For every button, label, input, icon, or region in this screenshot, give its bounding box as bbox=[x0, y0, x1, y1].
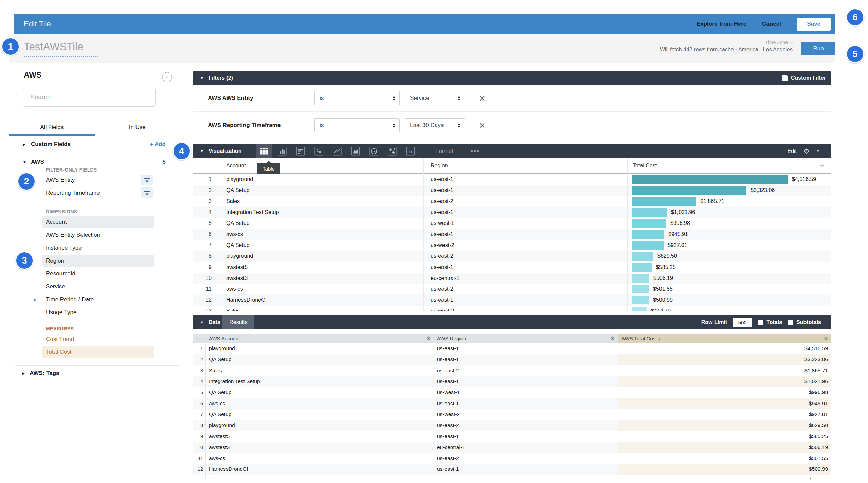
viz-table-row[interactable]: 13Salesus-west-2$444.70 bbox=[193, 306, 831, 311]
sidebar-field-aws-entity[interactable]: AWS Entity bbox=[42, 174, 154, 186]
viz-col-region[interactable]: Region bbox=[431, 163, 448, 169]
expand-down-icon[interactable]: ▼ bbox=[23, 160, 26, 164]
more-viz-types-icon[interactable]: ••• bbox=[471, 147, 480, 155]
filter-icon[interactable] bbox=[141, 187, 153, 198]
data-table-row[interactable]: 8playgroundus-east-2$629.50 bbox=[193, 420, 831, 431]
sidebar-dimension-service[interactable]: Service bbox=[42, 281, 154, 293]
viz-col-total-cost[interactable]: Total Cost bbox=[633, 163, 657, 169]
viz-table-row[interactable]: 11aws-csus-east-2$501.55 bbox=[193, 284, 831, 294]
data-col-aws-account[interactable]: AWS Account ⚙ bbox=[205, 334, 434, 343]
filter-operator-select[interactable]: is bbox=[314, 118, 400, 132]
collapse-sidebar-button[interactable]: ‹ bbox=[162, 72, 172, 82]
data-table-row[interactable]: 2QA Setupus-east-1$3,323.06 bbox=[193, 354, 831, 365]
column-menu-chevron-icon[interactable] bbox=[820, 163, 824, 167]
data-table-row[interactable]: 12HarnessDroneCIus-east-1$500.99 bbox=[193, 464, 831, 475]
expand-right-icon[interactable]: ▶ bbox=[34, 298, 36, 302]
data-table-row[interactable]: 6aws-csus-east-1$945.91 bbox=[193, 398, 831, 409]
remove-filter-icon[interactable]: × bbox=[479, 120, 485, 131]
viz-type-bar-chart-icon[interactable] bbox=[295, 146, 306, 156]
viz-type-line-chart-icon[interactable] bbox=[332, 146, 342, 156]
save-button[interactable]: Save bbox=[797, 18, 831, 31]
data-table-row[interactable]: 9awstest5us-east-1$585.25 bbox=[193, 431, 831, 442]
filter-operator-select[interactable]: is bbox=[314, 91, 400, 105]
data-table-row[interactable]: 3Salesus-east-2$1,865.71 bbox=[193, 365, 831, 376]
data-table-row[interactable]: 10awstest3eu-central-1$506.19 bbox=[193, 442, 831, 453]
viz-table-row[interactable]: 4Integration Test Setupus-east-1$1,021.9… bbox=[193, 207, 831, 218]
results-tab[interactable]: Results bbox=[222, 315, 254, 329]
viz-table-row[interactable]: 1playgroundus-east-1$4,516.59 bbox=[193, 174, 831, 185]
data-table-row[interactable]: 5QA Setupus-west-1$996.98 bbox=[193, 387, 831, 398]
gear-icon[interactable]: ⚙ bbox=[426, 335, 431, 342]
filter-value-select[interactable]: Last 30 Days bbox=[405, 118, 465, 132]
data-col-aws-region[interactable]: AWS Region ⚙ bbox=[434, 334, 618, 343]
gear-icon[interactable]: ⚙ bbox=[610, 335, 615, 342]
viz-type-table-selected[interactable] bbox=[256, 144, 272, 158]
viz-table-row[interactable]: 6aws-csus-east-1$945.91 bbox=[193, 229, 831, 239]
viz-table-row[interactable]: 9awstest5us-east-1$585.25 bbox=[193, 262, 831, 272]
viz-table-row[interactable]: 7QA Setupus-west-2$927.01 bbox=[193, 240, 831, 251]
sidebar-tabs: All Fields In Use bbox=[9, 119, 180, 136]
viz-type-scatter-icon[interactable] bbox=[314, 146, 324, 156]
viz-type-single-value-icon[interactable]: 6 bbox=[405, 146, 416, 156]
collapse-section-icon[interactable]: ▼ bbox=[200, 320, 204, 324]
filter-icon[interactable] bbox=[141, 175, 153, 185]
collapse-section-icon[interactable]: ▼ bbox=[200, 76, 204, 80]
viz-table-row[interactable]: 8playgroundus-east-2$629.50 bbox=[193, 251, 831, 262]
viz-table-row[interactable]: 5QA Setupus-west-1$996.98 bbox=[193, 218, 831, 229]
gear-icon[interactable]: ⚙ bbox=[824, 335, 828, 342]
aws-tags-group-row[interactable]: ▶ AWS: Tags bbox=[9, 366, 180, 380]
remove-filter-icon[interactable]: × bbox=[479, 93, 485, 104]
sidebar-dimension-usage-type[interactable]: Usage Type bbox=[42, 306, 154, 319]
chevron-down-icon[interactable] bbox=[816, 150, 820, 152]
add-custom-field-button[interactable]: + Add bbox=[150, 141, 166, 148]
cancel-button[interactable]: Cancel bbox=[762, 21, 781, 28]
collapse-section-icon[interactable]: ▼ bbox=[200, 149, 204, 153]
viz-table-row[interactable]: 12HarnessDroneCIus-east-1$500.99 bbox=[193, 294, 831, 305]
sidebar-dimension-resourceid[interactable]: ResourceId bbox=[42, 268, 154, 280]
sidebar-measure-cost-trend[interactable]: Cost Trend bbox=[42, 333, 154, 345]
custom-filter-toggle[interactable]: Custom Filter bbox=[782, 75, 826, 81]
expand-right-icon[interactable]: ▶ bbox=[22, 371, 25, 376]
viz-type-area-chart-icon[interactable] bbox=[350, 146, 361, 156]
viz-table-row[interactable]: 3Salesus-east-2$1,865.71 bbox=[193, 196, 831, 207]
row-limit-input[interactable] bbox=[733, 318, 752, 327]
run-button[interactable]: Run bbox=[801, 42, 835, 55]
viz-table-row[interactable]: 2QA Setupus-east-1$3,323.06 bbox=[193, 185, 831, 196]
data-table-row[interactable]: 4Integration Test Setupus-east-1$1,021.9… bbox=[193, 376, 831, 387]
custom-filter-checkbox[interactable] bbox=[782, 75, 788, 81]
tile-name-input[interactable]: TestAWSTile bbox=[24, 41, 98, 57]
subtotals-toggle[interactable]: Subtotals bbox=[788, 319, 821, 325]
sidebar-field-reporting-timeframe[interactable]: Reporting Timeframe bbox=[42, 187, 154, 199]
sidebar-dimension-instance-type[interactable]: Instance Type bbox=[42, 242, 154, 254]
sidebar-dimension-account[interactable]: Account bbox=[42, 216, 154, 228]
sidebar-dimension-region[interactable]: Region bbox=[42, 255, 154, 267]
subtotals-checkbox[interactable] bbox=[788, 320, 793, 325]
tab-all-fields[interactable]: All Fields bbox=[9, 119, 95, 136]
totals-toggle[interactable]: Totals bbox=[758, 319, 782, 325]
data-table-row[interactable]: 11aws-csus-east-2$501.55 bbox=[193, 453, 831, 464]
time-zone-selector[interactable]: Time Zone bbox=[660, 40, 793, 45]
viz-type-column-chart-icon[interactable] bbox=[277, 146, 287, 156]
viz-type-map-icon[interactable] bbox=[387, 146, 397, 156]
explore-from-here-button[interactable]: Explore from Here bbox=[697, 21, 746, 28]
viz-col-account[interactable]: Account bbox=[226, 163, 246, 169]
filter-value-select[interactable]: Service bbox=[405, 91, 465, 105]
viz-table-row[interactable]: 10awstest3eu-central-1$506.19 bbox=[193, 273, 831, 284]
edit-visualization-button[interactable]: Edit bbox=[787, 148, 797, 154]
sidebar-dimension-time-period-date[interactable]: ▶Time Period / Date bbox=[42, 293, 154, 306]
data-table-row[interactable]: 7QA Setupus-west-2$927.01 bbox=[193, 409, 831, 420]
totals-checkbox[interactable] bbox=[758, 320, 763, 325]
search-input[interactable] bbox=[23, 88, 156, 107]
gear-icon[interactable]: ⚙ bbox=[803, 147, 810, 155]
viz-type-funnel[interactable]: Funnel bbox=[435, 148, 453, 155]
data-table-row[interactable]: 1playgroundus-east-1$4,516.59 bbox=[193, 343, 831, 354]
sidebar-measure-total-cost[interactable]: Total Cost bbox=[42, 346, 154, 358]
viz-type-pie-chart-icon[interactable] bbox=[369, 146, 379, 156]
data-table-row[interactable]: 13Salesus-west-2$444.70 bbox=[193, 475, 831, 479]
custom-fields-row[interactable]: ▶ Custom Fields + Add bbox=[9, 136, 180, 153]
data-col-aws-total-cost[interactable]: AWS Total Cost ↓ ⚙ bbox=[618, 334, 831, 343]
tab-in-use[interactable]: In Use bbox=[95, 119, 180, 136]
expand-right-icon[interactable]: ▶ bbox=[23, 142, 25, 147]
sidebar-dimension-aws-entity-selection[interactable]: AWS Entity Selection bbox=[42, 229, 154, 241]
viz-type-table-icon[interactable] bbox=[259, 146, 269, 156]
